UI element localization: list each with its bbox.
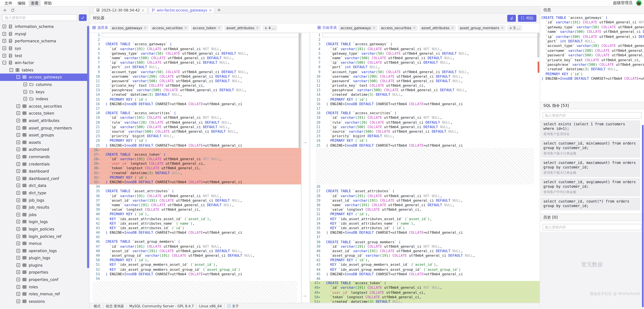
expand-node-icon[interactable]: +: [16, 119, 20, 122]
remove-chip-icon[interactable]: ×: [184, 26, 187, 30]
tree-item-properties[interactable]: +properties: [0, 269, 89, 276]
expand-node-icon[interactable]: +: [16, 278, 20, 282]
tab-2025-12-30 08:34:42[interactable]: 2025-12-30 08:34:42×: [93, 7, 148, 13]
remove-chip-icon[interactable]: ×: [256, 26, 258, 30]
tree-item-columns[interactable]: +columns: [0, 81, 89, 88]
tree-item-mysql[interactable]: +mysql: [0, 30, 89, 38]
remove-chip-icon[interactable]: ×: [501, 26, 504, 30]
apply-diff-arrow[interactable]: →: [303, 294, 307, 298]
expand-node-icon[interactable]: +: [16, 133, 20, 137]
remove-chip-icon[interactable]: ×: [372, 26, 375, 30]
new-tab-button[interactable]: +: [216, 7, 222, 13]
tree-item-plugins[interactable]: +plugins: [0, 262, 89, 269]
tree-item-commands[interactable]: +commands: [0, 153, 89, 160]
close-tab-icon[interactable]: ×: [209, 8, 212, 12]
collapse-tree-button[interactable]: [79, 14, 87, 21]
expand-node-icon[interactable]: +: [16, 191, 20, 195]
sql-command-item[interactable]: select customer_id, max(amount) from ord…: [540, 159, 640, 177]
source-scrollbar[interactable]: [298, 33, 301, 148]
tree-item-jobs[interactable]: +jobs: [0, 211, 89, 218]
expand-node-icon[interactable]: +: [16, 155, 20, 159]
tree-item-properties_conf[interactable]: +properties_conf: [0, 276, 89, 283]
tree-item-roles[interactable]: +roles: [0, 283, 89, 290]
expand-node-icon[interactable]: +: [2, 32, 6, 36]
tree-item-login_logs[interactable]: +login_logs: [0, 218, 89, 226]
expand-node-icon[interactable]: +: [16, 213, 20, 216]
target-editor[interactable]: 123CREATE TABLE `access_gateways` (4 `id…: [310, 33, 540, 303]
expand-node-icon[interactable]: +: [2, 25, 6, 28]
expand-node-icon[interactable]: +: [16, 270, 20, 274]
tree-item-performance_schema[interactable]: +performance_schema: [0, 38, 89, 45]
refresh-icon[interactable]: [11, 6, 15, 14]
tree-item-dict_data[interactable]: +dict_data: [0, 182, 89, 189]
remove-chip-icon[interactable]: ×: [451, 26, 454, 30]
tree-item-login_policies_ref[interactable]: +login_policies_ref: [0, 233, 89, 240]
expand-node-icon[interactable]: +: [16, 112, 20, 115]
compare-button[interactable]: 对比: [518, 15, 536, 22]
close-tab-icon[interactable]: ×: [142, 8, 144, 12]
expand-node-icon[interactable]: +: [2, 54, 6, 58]
apply-diff-arrow[interactable]: →: [303, 140, 307, 145]
expand-node-icon[interactable]: +: [16, 256, 20, 260]
sql-command-item[interactable]: select customer_id, count(*) from orders…: [540, 198, 640, 210]
tree-item-asset_attributes[interactable]: +asset_attributes: [0, 117, 89, 124]
expand-node-icon[interactable]: +: [16, 126, 20, 130]
menu-view[interactable]: 查看: [29, 0, 41, 6]
tree-item-sys[interactable]: +sys: [0, 45, 89, 52]
expand-node-icon[interactable]: +: [16, 140, 20, 144]
tree-item-plugin_logs[interactable]: +plugin_logs: [0, 254, 89, 262]
tree-item-login_policies[interactable]: +login_policies: [0, 226, 89, 233]
collapse-node-icon[interactable]: −: [16, 75, 20, 79]
collapse-node-icon[interactable]: −: [10, 68, 13, 72]
clear-button[interactable]: [507, 15, 516, 22]
tree-item-operation_logs[interactable]: +operation_logs: [0, 247, 89, 254]
expand-node-icon[interactable]: +: [16, 242, 20, 245]
tree-item-sessions[interactable]: +sessions: [0, 298, 89, 305]
target-table-chip-access_gateways[interactable]: access_gateways×: [338, 25, 377, 31]
source-table-chip-asset_attributes[interactable]: asset_attributes×: [224, 25, 261, 31]
tree-item-access_securities[interactable]: +access_securities: [0, 102, 89, 110]
sql-command-item[interactable]: select customer_id, min(amount) from ord…: [540, 140, 640, 158]
tree-item-keys[interactable]: +keys: [0, 88, 89, 95]
tree-item-job_results[interactable]: +job_results: [0, 204, 89, 211]
target-table-chip-asset_attributes[interactable]: asset_attributes×: [420, 25, 456, 31]
expand-node-icon[interactable]: +: [2, 39, 6, 43]
tree-item-credentials[interactable]: +credentials: [0, 160, 89, 168]
sql-command-item[interactable]: select customer_id, avg(amount) from ord…: [540, 178, 640, 196]
source-more-tables-chip[interactable]: + 4 ...: [262, 25, 277, 31]
expand-node-icon[interactable]: +: [24, 90, 27, 94]
tree-item-authorised[interactable]: +authorised: [0, 146, 89, 153]
target-more-tables-chip[interactable]: + 5 ...: [507, 25, 522, 31]
tree-item-dashboard_conf[interactable]: +dashboard_conf: [0, 175, 89, 182]
sql-command-item[interactable]: select exists (select 1 from customers w…: [540, 120, 640, 138]
tree-item-dict_type[interactable]: +dict_type: [0, 189, 89, 196]
expand-node-icon[interactable]: +: [16, 148, 20, 152]
history-search-input[interactable]: [542, 224, 642, 230]
tree-item-asset_groups[interactable]: +asset_groups: [0, 132, 89, 138]
tree-item-roles_menus_ref[interactable]: +roles_menus_ref: [0, 290, 89, 298]
tree-item-access_gateways[interactable]: −access_gateways: [0, 74, 89, 81]
tree-item-test[interactable]: +test: [0, 52, 89, 59]
target-scrollbar[interactable]: [537, 33, 539, 58]
add-connection-icon[interactable]: [3, 6, 7, 14]
source-table-chip-access_token[interactable]: access_token×: [191, 25, 222, 31]
user-avatar[interactable]: [636, 0, 642, 6]
expand-node-icon[interactable]: +: [2, 46, 6, 50]
expand-node-icon[interactable]: +: [24, 82, 27, 86]
target-table-chip-asset_group_members[interactable]: asset_group_members×: [458, 25, 506, 31]
tree-item-win-factor[interactable]: −win-factor: [0, 59, 89, 66]
expand-node-icon[interactable]: +: [16, 285, 20, 289]
menu-file[interactable]: 文件: [2, 0, 14, 6]
expand-node-icon[interactable]: +: [16, 176, 20, 180]
source-editor[interactable]: 123CREATE TABLE `access_gateways` (4 `id…: [90, 33, 301, 303]
expand-node-icon[interactable]: +: [16, 104, 20, 108]
expand-node-icon[interactable]: +: [16, 263, 20, 267]
right-panel-scrollbar[interactable]: [642, 125, 644, 307]
expand-node-icon[interactable]: +: [16, 184, 20, 188]
source-table-chip-access_gateways[interactable]: access_gateways×: [110, 25, 148, 31]
expand-node-icon[interactable]: +: [16, 234, 20, 238]
remove-chip-icon[interactable]: ×: [413, 26, 416, 30]
tree-item-dashboard[interactable]: +dashboard: [0, 168, 89, 175]
expand-node-icon[interactable]: +: [16, 249, 20, 252]
tree-item-assets[interactable]: +assets: [0, 138, 89, 146]
